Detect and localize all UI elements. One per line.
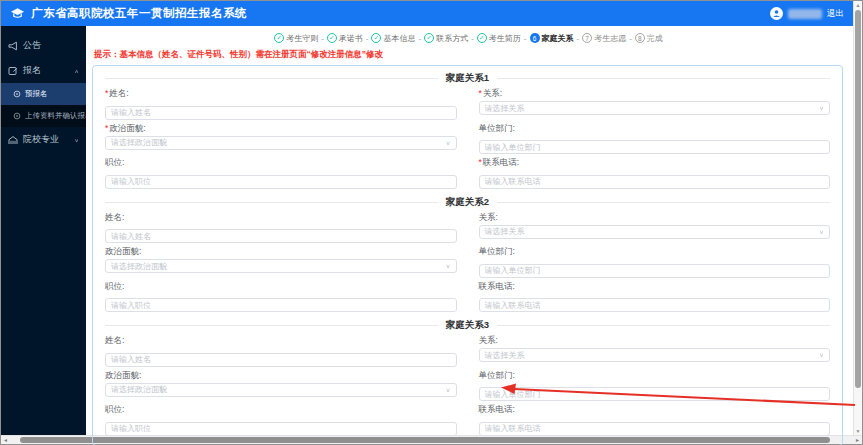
section2-phone-input[interactable] <box>479 298 831 312</box>
section2-name-input[interactable] <box>105 229 457 243</box>
form-field-department: 单位部门: <box>479 246 831 278</box>
step-number: 8 <box>635 33 645 43</box>
sidebar-item-school-majors[interactable]: 院校专业 ∨ <box>1 127 86 152</box>
step-label: 考生简历 <box>489 33 521 44</box>
divider-line <box>105 202 438 203</box>
field-label: 政治面貌: <box>105 370 457 382</box>
form-field-position: 职位: <box>105 281 457 313</box>
stepper-step-6[interactable]: 6家庭关系 <box>530 33 574 44</box>
section3-position-input[interactable] <box>105 422 457 436</box>
scroll-down-arrow[interactable]: ▼ <box>856 427 861 435</box>
chevron-down-icon: ∨ <box>819 105 824 111</box>
section2-department-input[interactable] <box>479 264 831 278</box>
check-icon: ✓ <box>274 33 284 43</box>
section2-political-status-select[interactable]: 请选择政治面貌∨ <box>105 259 457 273</box>
main-content: ✓考生守则-✓承诺书-✓基本信息-✓联系方式-✓考生简历-6家庭关系-7考生志愿… <box>86 26 853 435</box>
field-label: 联系电话: <box>479 404 831 416</box>
section-divider: 家庭关系3 <box>105 319 830 332</box>
step-label: 基本信息 <box>383 33 415 44</box>
divider-line <box>497 325 830 326</box>
step-label: 家庭关系 <box>542 33 574 44</box>
chevron-down-icon: ∨ <box>445 386 450 392</box>
stepper-step-5[interactable]: ✓考生简历 <box>477 33 521 44</box>
check-icon: ✓ <box>477 33 487 43</box>
section-divider: 家庭关系2 <box>105 196 830 209</box>
aim-icon <box>13 112 21 120</box>
section1-political-status-select[interactable]: 请选择政治面貌∨ <box>105 136 457 150</box>
form-section-2: 家庭关系2姓名:关系:请选择关系∨政治面貌:请选择政治面貌∨单位部门:职位:联系… <box>105 196 830 316</box>
section1-department-input[interactable] <box>479 140 831 154</box>
stepper-step-4[interactable]: ✓联系方式 <box>424 33 468 44</box>
chevron-down-icon: ∨ <box>819 352 824 358</box>
chevron-up-icon: ∧ <box>74 68 79 74</box>
step-number: 6 <box>530 33 540 43</box>
user-avatar[interactable] <box>770 7 783 20</box>
step-label: 完成 <box>647 33 663 44</box>
stepper-step-8[interactable]: 8完成 <box>635 33 663 44</box>
stepper-step-2[interactable]: ✓承诺书 <box>327 33 363 44</box>
sidebar-item-label: 公告 <box>23 39 41 52</box>
sidebar-item-pre-registration[interactable]: 预报名 <box>1 83 86 105</box>
check-icon: ✓ <box>371 33 381 43</box>
field-label: 单位部门: <box>479 246 831 258</box>
form-field-political-status: 政治面貌:请选择政治面貌∨ <box>105 370 457 402</box>
chevron-down-icon: ∨ <box>445 139 450 145</box>
scroll-left-arrow[interactable]: ◄ <box>3 437 8 443</box>
sidebar-item-label: 上传资料并确认报名 <box>25 111 86 121</box>
section1-relation-select[interactable]: 请选择关系∨ <box>479 101 831 115</box>
select-placeholder: 请选择政治面貌 <box>111 261 167 272</box>
step-separator: - <box>577 34 580 43</box>
section3-department-input[interactable] <box>479 387 831 401</box>
section3-political-status-select[interactable]: 请选择政治面貌∨ <box>105 383 457 397</box>
stepper-step-1[interactable]: ✓考生守则 <box>274 33 318 44</box>
field-label: 关系: <box>479 335 831 347</box>
field-label: 职位: <box>105 404 457 416</box>
sidebar-item-registration[interactable]: 报名 ∧ <box>1 58 86 83</box>
section3-relation-select[interactable]: 请选择关系∨ <box>479 348 831 362</box>
section-title: 家庭关系1 <box>446 72 489 85</box>
sidebar-item-label: 预报名 <box>25 89 48 99</box>
section1-position-input[interactable] <box>105 175 457 189</box>
form-field-position: 职位: <box>105 157 457 189</box>
form-section-1: 家庭关系1*姓名:*关系:请选择关系∨*政治面貌:请选择政治面貌∨单位部门:职位… <box>105 72 830 192</box>
stepper-step-3[interactable]: ✓基本信息 <box>371 33 415 44</box>
sidebar-item-upload-confirm[interactable]: 上传资料并确认报名 <box>1 105 86 127</box>
form-field-relation: 关系:请选择关系∨ <box>479 335 831 367</box>
sidebar-item-announcements[interactable]: 公告 <box>1 33 86 58</box>
sidebar: 公告 报名 ∧ <box>1 26 86 435</box>
vertical-scroll-thumb[interactable] <box>855 10 861 388</box>
app-header: 广东省高职院校五年一贯制招生报名系统 退出 <box>1 1 853 26</box>
section1-phone-input[interactable] <box>479 175 831 189</box>
form-field-phone: 联系电话: <box>479 281 831 313</box>
section2-position-input[interactable] <box>105 298 457 312</box>
scroll-up-arrow[interactable]: ▲ <box>856 1 861 9</box>
divider-line <box>105 78 438 79</box>
field-label: *联系电话: <box>479 157 831 169</box>
form-field-phone: *联系电话: <box>479 157 831 189</box>
vertical-scrollbar[interactable]: ▲ ▼ <box>853 1 862 435</box>
section2-relation-select[interactable]: 请选择关系∨ <box>479 225 831 239</box>
section3-phone-input[interactable] <box>479 422 831 436</box>
required-asterisk: * <box>479 157 482 167</box>
required-asterisk: * <box>105 123 108 133</box>
scroll-right-arrow[interactable]: ► <box>855 437 860 443</box>
section3-name-input[interactable] <box>105 353 457 367</box>
chevron-down-icon: ∨ <box>445 263 450 269</box>
user-name-redacted <box>788 9 822 19</box>
app-window: 广东省高职院校五年一贯制招生报名系统 退出 <box>0 0 863 445</box>
app-logo-icon <box>10 7 25 20</box>
step-label: 联系方式 <box>436 33 468 44</box>
section1-name-input[interactable] <box>105 106 457 120</box>
school-icon <box>8 135 18 145</box>
step-number: 7 <box>582 33 592 43</box>
step-label: 考生守则 <box>286 33 318 44</box>
check-icon: ✓ <box>327 33 337 43</box>
form-icon <box>8 66 18 76</box>
form-field-department: 单位部门: <box>479 370 831 402</box>
step-separator: - <box>524 34 527 43</box>
select-placeholder: 请选择关系 <box>485 350 525 361</box>
field-label: 职位: <box>105 157 457 169</box>
logout-button[interactable]: 退出 <box>827 8 844 20</box>
step-label: 考生志愿 <box>594 33 626 44</box>
stepper-step-7[interactable]: 7考生志愿 <box>582 33 626 44</box>
